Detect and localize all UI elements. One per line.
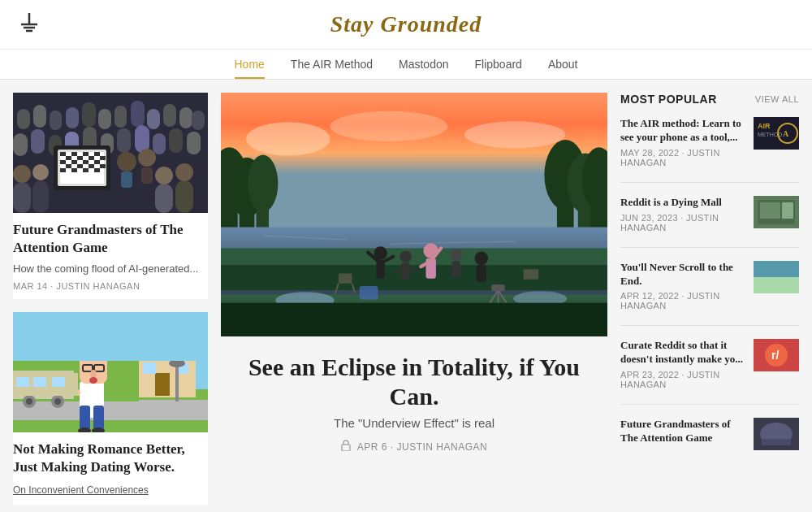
svg-rect-71 [175, 365, 179, 401]
article-1-meta: MAR 14 · JUSTIN HANAGAN [13, 281, 208, 291]
svg-rect-27 [187, 132, 201, 154]
svg-rect-52 [121, 171, 132, 188]
svg-rect-146 [360, 286, 378, 300]
ground-icon [16, 10, 42, 36]
article-card-1[interactable]: Future Grandmasters of The Attention Gam… [13, 93, 208, 299]
nav-about[interactable]: About [548, 58, 578, 79]
svg-rect-26 [169, 128, 183, 153]
featured-title[interactable]: See an Eclipse in Totality, if You Can. [221, 353, 607, 411]
popular-item-3-thumb [754, 261, 799, 293]
nav-bar: Home The AIR Method Mastodon Flipboard A… [0, 49, 812, 79]
svg-rect-31 [60, 152, 66, 156]
svg-point-94 [54, 398, 61, 405]
svg-rect-99 [52, 377, 65, 387]
svg-rect-15 [179, 107, 192, 128]
svg-point-109 [248, 155, 278, 212]
right-column: Most Popular VIEW ALL The AIR method: Le… [620, 93, 799, 512]
header: Stay Grounded Home The AIR Method Mastod… [0, 0, 812, 80]
featured-subtitle: The "Underview Effect" is real [221, 416, 607, 430]
featured-image-svg [221, 93, 607, 336]
svg-point-58 [32, 164, 49, 180]
svg-point-136 [475, 252, 489, 266]
popular-item-5[interactable]: Future Grandmasters of The Attention Gam… [620, 418, 799, 450]
featured-meta: APR 6 · JUSTIN HANAGAN [221, 440, 607, 453]
popular-item-1-thumb: AIR METHOD A [754, 117, 799, 150]
popular-item-2[interactable]: Reddit is a Dying Mall JUN 23, 2023 · JU… [620, 196, 799, 232]
svg-rect-97 [16, 377, 29, 387]
svg-rect-18 [31, 129, 45, 154]
svg-rect-13 [147, 109, 160, 129]
popular-heading: Most Popular [620, 93, 717, 106]
svg-rect-47 [60, 168, 66, 172]
svg-point-53 [138, 149, 156, 167]
svg-rect-61 [175, 180, 193, 213]
svg-rect-43 [66, 164, 71, 168]
popular-item-3-text: You'll Never Scroll to the End. APR 12, … [620, 261, 745, 311]
svg-rect-12 [131, 101, 145, 127]
svg-point-102 [330, 111, 448, 141]
svg-rect-161 [754, 277, 799, 293]
svg-rect-98 [33, 377, 46, 387]
featured-image[interactable] [221, 93, 607, 336]
svg-rect-85 [93, 406, 104, 430]
svg-point-101 [246, 122, 330, 155]
article-2-title: Not Making Romance Better, Just Making D… [13, 440, 208, 476]
svg-rect-14 [163, 104, 176, 127]
svg-rect-11 [114, 106, 127, 128]
popular-item-4[interactable]: Curate Reddit so that it doesn't instant… [620, 339, 799, 389]
popular-item-1[interactable]: The AIR method: Learn to see your phone … [620, 117, 799, 167]
nav-flipboard[interactable]: Flipboard [475, 58, 522, 79]
nav-home[interactable]: Home [235, 58, 265, 79]
nav-air-method[interactable]: The AIR Method [291, 58, 373, 79]
svg-rect-34 [94, 152, 100, 156]
svg-rect-135 [452, 261, 460, 278]
svg-text:A: A [783, 129, 789, 138]
popular-item-5-text: Future Grandmasters of The Attention Gam… [620, 418, 745, 449]
svg-rect-50 [94, 168, 100, 172]
popular-item-3[interactable]: You'll Never Scroll to the End. APR 12, … [620, 261, 799, 311]
site-title: Stay Grounded [330, 11, 482, 37]
svg-point-56 [13, 165, 31, 183]
svg-rect-48 [71, 168, 77, 172]
svg-point-126 [400, 250, 411, 262]
svg-rect-69 [143, 362, 156, 374]
left-column: Future Grandmasters of The Attention Gam… [13, 93, 208, 512]
svg-rect-23 [117, 128, 131, 153]
svg-rect-24 [135, 125, 149, 153]
site-logo[interactable] [16, 10, 42, 39]
svg-rect-158 [760, 202, 780, 219]
svg-rect-46 [100, 164, 106, 168]
article-1-title: Future Grandmasters of The Attention Gam… [13, 221, 208, 257]
svg-rect-84 [80, 406, 90, 430]
svg-rect-41 [83, 160, 89, 164]
svg-rect-7 [50, 111, 62, 130]
svg-rect-39 [60, 160, 66, 164]
popular-item-4-title: Curate Reddit so that it doesn't instant… [620, 339, 745, 367]
svg-rect-59 [155, 184, 173, 213]
svg-rect-6 [33, 105, 46, 128]
article-2-link[interactable]: On Inconvenient Conveniences [13, 484, 149, 496]
svg-rect-5 [17, 109, 30, 129]
svg-point-60 [155, 167, 173, 184]
svg-rect-54 [141, 167, 153, 184]
popular-item-1-meta: MAY 28, 2022 · JUSTIN HANAGAN [620, 148, 745, 167]
nav-mastodon[interactable]: Mastodon [399, 58, 448, 79]
svg-rect-17 [13, 133, 28, 156]
view-all-link[interactable]: VIEW ALL [755, 94, 799, 104]
svg-rect-150 [342, 445, 350, 451]
svg-rect-32 [71, 152, 77, 156]
svg-point-51 [117, 152, 136, 171]
article-1-image [13, 93, 208, 213]
svg-rect-68 [155, 373, 170, 396]
popular-item-4-thumb: r/ [754, 339, 799, 371]
svg-rect-149 [221, 303, 607, 336]
cartoon-image-svg [13, 312, 208, 432]
svg-text:r/: r/ [771, 349, 779, 362]
divider-1 [620, 182, 799, 183]
article-card-2[interactable]: Not Making Romance Better, Just Making D… [13, 312, 208, 504]
popular-item-4-text: Curate Reddit so that it doesn't instant… [620, 339, 745, 389]
popular-item-3-title: You'll Never Scroll to the End. [620, 261, 745, 289]
svg-rect-57 [32, 180, 49, 213]
svg-rect-145 [491, 284, 505, 291]
lock-icon [341, 440, 351, 453]
